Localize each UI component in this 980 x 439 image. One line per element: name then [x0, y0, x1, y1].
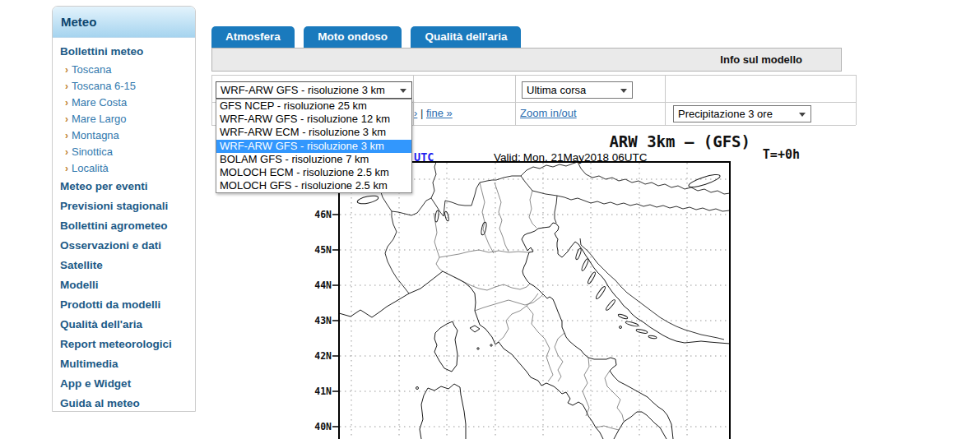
dropdown-option-selected[interactable]: WRF-ARW GFS - risoluzione 3 km [216, 140, 411, 153]
table-rule [515, 75, 516, 125]
adriatic-islands [575, 248, 657, 340]
chevron-right-icon: › [65, 163, 68, 174]
chevron-right-icon: › [65, 130, 68, 141]
sidebar-item-guida-al-meteo[interactable]: Guida al meteo [53, 394, 195, 414]
page: Meteo Bollettini meteo ›Toscana ›Toscana… [0, 0, 980, 439]
pagination-separator: | [420, 107, 423, 119]
sidebar-item-label: Montagna [72, 129, 119, 141]
table-rule [665, 75, 666, 125]
sidebar-item-sinottica[interactable]: ›Sinottica [53, 144, 195, 160]
tab-moto-ondoso[interactable]: Moto ondoso [304, 26, 402, 48]
sidebar-title: Meteo [53, 7, 195, 38]
sidebar-item-qualita-dellaria[interactable]: Qualità dell'aria [53, 315, 195, 335]
run-select[interactable]: Ultima corsa [522, 81, 633, 99]
sidebar-item-report-meteorologici[interactable]: Report meteorologici [53, 335, 195, 354]
sidebar-item-label: Sinottica [72, 146, 113, 158]
sidebar-item-label: Località [72, 162, 109, 174]
lat-label: 41N [314, 386, 332, 397]
sidebar-item-prodotti-da-modelli[interactable]: Prodotti da modelli [53, 295, 195, 315]
sidebar-item-modelli[interactable]: Modelli [53, 275, 195, 295]
sidebar-item-mare-costa[interactable]: ›Mare Costa [53, 95, 195, 111]
sidebar-item-app-e-widget[interactable]: App e Widget [53, 374, 195, 394]
table-rule [211, 75, 212, 125]
model-select[interactable]: WRF-ARW GFS - risoluzione 3 km [216, 81, 412, 99]
table-rule [211, 75, 856, 76]
lat-label: 43N [314, 315, 332, 326]
dropdown-option[interactable]: MOLOCH ECM - risoluzione 2.5 km [216, 166, 411, 179]
lat-label: 45N [314, 244, 332, 256]
sidebar-item-meteo-per-eventi[interactable]: Meteo per eventi [53, 177, 195, 196]
sidebar-item-osservazioni-e-dati[interactable]: Osservazioni e dati [53, 236, 195, 256]
chevron-right-icon: › [65, 97, 68, 109]
region-borders [434, 183, 624, 430]
sidebar-item-montagna[interactable]: ›Montagna [53, 127, 195, 144]
sidebar-item-label: Mare Costa [72, 96, 127, 109]
tab-atmosfera[interactable]: Atmosfera [211, 26, 295, 48]
chevron-right-icon: › [65, 64, 68, 76]
coastline-paths [339, 223, 730, 439]
dropdown-option[interactable]: MOLOCH GFS - risoluzione 2.5 km [216, 179, 411, 192]
sidebar-item-previsioni-stagionali[interactable]: Previsioni stagionali [53, 196, 195, 216]
lat-label: 40N [314, 421, 332, 432]
sidebar-menu: Bollettini meteo ›Toscana ›Toscana 6-15 … [53, 38, 195, 414]
lat-labels: 46N 45N 44N 43N 42N 41N 40N [314, 209, 332, 432]
sidebar: Meteo Bollettini meteo ›Toscana ›Toscana… [52, 6, 196, 412]
chevron-right-icon: › [65, 113, 68, 125]
map-grid [340, 163, 729, 438]
sidebar-item-mare-largo[interactable]: ›Mare Largo [53, 111, 195, 127]
field-select[interactable]: Precipitazione 3 ore [673, 105, 811, 122]
tab-bar: Atmosfera Moto ondoso Qualità dell'aria [211, 26, 527, 48]
sidebar-item-toscana-6-15[interactable]: ›Toscana 6-15 [53, 78, 195, 95]
pagination: › | fine » [414, 107, 453, 119]
chevron-right-icon: › [65, 81, 68, 92]
national-borders [380, 162, 730, 340]
sidebar-item-bollettini-agrometeo[interactable]: Bollettini agrometeo [53, 216, 195, 236]
map-timestep: T=+0h [763, 147, 800, 162]
sidebar-item-multimedia[interactable]: Multimedia [53, 354, 195, 374]
zoom-in-out-link[interactable]: Zoom in/out [520, 107, 577, 119]
pagination-next-link[interactable]: › [414, 107, 417, 119]
lat-label: 42N [314, 350, 332, 362]
dropdown-option[interactable]: BOLAM GFS - risoluzione 7 km [216, 153, 411, 166]
model-toolbar: Info sul modello [211, 48, 842, 72]
dropdown-option[interactable]: GFS NCEP - risoluzione 25 km [216, 99, 411, 113]
sidebar-item-toscana[interactable]: ›Toscana [53, 62, 195, 78]
sidebar-item-label: Toscana 6-15 [72, 80, 136, 92]
sidebar-item-label: Mare Largo [72, 113, 126, 125]
table-rule [856, 75, 857, 125]
dropdown-option[interactable]: WRF-ARW GFS - risoluzione 12 km [216, 113, 411, 126]
sidebar-item-localita[interactable]: ›Località [53, 160, 195, 177]
sidebar-item-bollettini-meteo[interactable]: Bollettini meteo [53, 42, 195, 62]
chevron-right-icon: › [65, 146, 68, 158]
sidebar-item-label: Toscana [72, 63, 111, 76]
tab-qualita-dellaria[interactable]: Qualità dell'aria [411, 26, 521, 48]
model-select-dropdown: GFS NCEP - risoluzione 25 km WRF-ARW GFS… [216, 99, 412, 193]
map-title: ARW 3km — (GFS) [609, 132, 750, 150]
zoom-links: Zoom in/out [520, 107, 577, 119]
info-sul-modello-button[interactable]: Info sul modello [720, 53, 802, 66]
lat-label: 44N [314, 280, 332, 291]
sidebar-item-satellite[interactable]: Satellite [53, 256, 195, 275]
dropdown-option[interactable]: WRF-ARW ECM - risoluzione 3 km [216, 126, 411, 139]
lat-ticks [332, 215, 338, 427]
pagination-last-link[interactable]: fine » [426, 107, 453, 119]
lat-label: 46N [314, 209, 332, 220]
